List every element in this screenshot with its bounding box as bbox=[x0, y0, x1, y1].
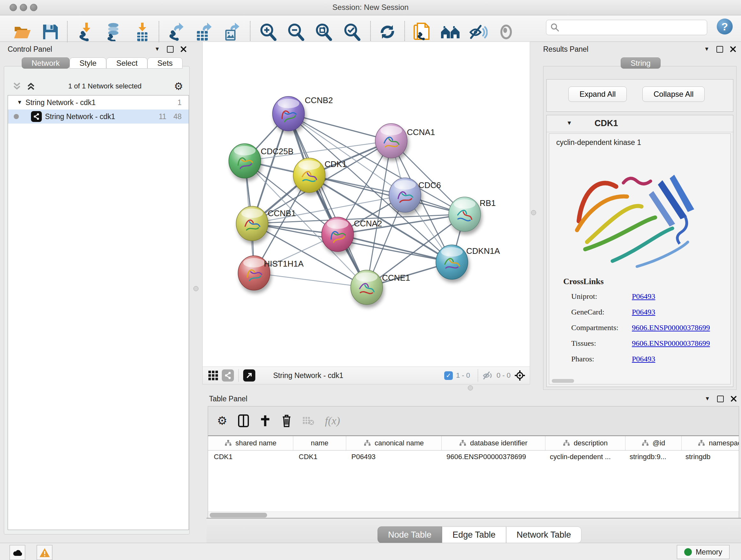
column-header[interactable]: database identifier bbox=[442, 436, 545, 450]
zoom-selected-button[interactable] bbox=[342, 22, 362, 42]
add-column-icon[interactable] bbox=[260, 415, 271, 427]
open-session-button[interactable] bbox=[12, 22, 32, 42]
crosslink-label: Pharos: bbox=[571, 355, 632, 363]
close-panel-icon[interactable] bbox=[730, 46, 736, 52]
crosslink-link[interactable]: 9606.ENSP00000378699 bbox=[632, 323, 710, 332]
table-settings-gear-icon[interactable]: ⚙ bbox=[217, 414, 227, 428]
crosslink-link[interactable]: 9606.ENSP00000378699 bbox=[632, 339, 710, 348]
first-neighbors-button[interactable] bbox=[440, 22, 461, 42]
node-label: CDC25B bbox=[261, 146, 293, 156]
network-canvas[interactable]: CCNB2CCNA1CDC25BCDK1CDC6RB1CCNB1CCNA2CDK… bbox=[202, 42, 530, 367]
search-input[interactable] bbox=[560, 23, 707, 32]
cdk1-section-header[interactable]: ▼ CDK1 bbox=[547, 115, 733, 132]
column-header[interactable]: canonical name bbox=[346, 436, 442, 450]
close-panel-icon[interactable] bbox=[731, 396, 737, 401]
column-header[interactable]: description bbox=[545, 436, 625, 450]
birdseye-toggle-button[interactable] bbox=[514, 369, 526, 381]
network-collection-row[interactable]: ▼ String Network - cdk1 1 bbox=[8, 96, 189, 110]
table-cell[interactable]: CDK1 bbox=[208, 453, 293, 461]
column-header[interactable]: shared name bbox=[208, 436, 293, 450]
hscrollbar-thumb[interactable] bbox=[210, 513, 267, 517]
table-cell[interactable]: CDK1 bbox=[293, 453, 346, 461]
right-splitter-handle[interactable] bbox=[531, 210, 536, 215]
import-table-button[interactable] bbox=[132, 22, 152, 42]
network-node-CCNB2[interactable]: CCNB2 bbox=[273, 96, 333, 131]
network-node-RB1[interactable]: RB1 bbox=[449, 197, 496, 232]
network-view-mode-button[interactable] bbox=[222, 369, 234, 381]
network-node-CDK1[interactable]: CDK1 bbox=[293, 158, 347, 192]
show-columns-icon[interactable] bbox=[238, 415, 249, 427]
float-panel-icon[interactable] bbox=[167, 46, 174, 53]
network-edge[interactable] bbox=[338, 234, 452, 262]
tab-network-table[interactable]: Network Table bbox=[506, 526, 582, 543]
section-expander-icon[interactable]: ▼ bbox=[566, 120, 572, 126]
collapse-panel-icon[interactable]: ▼ bbox=[154, 46, 160, 52]
delete-column-icon[interactable] bbox=[281, 415, 292, 427]
network-options-gear-icon[interactable]: ⚙ bbox=[174, 80, 183, 92]
bottom-splitter-handle[interactable] bbox=[468, 385, 473, 390]
apply-layout-button[interactable] bbox=[377, 22, 398, 42]
zoom-in-button[interactable] bbox=[258, 22, 278, 42]
import-network-database-button[interactable] bbox=[103, 22, 124, 42]
show-all-button[interactable] bbox=[496, 22, 516, 42]
export-network-icon bbox=[167, 23, 184, 41]
network-node-HIST1H1A[interactable]: HIST1H1A bbox=[238, 256, 304, 290]
export-image-button[interactable] bbox=[221, 22, 242, 42]
tab-string-results[interactable]: String bbox=[621, 57, 661, 69]
detach-view-button[interactable] bbox=[243, 369, 255, 381]
selected-count-checkbox[interactable]: ✓ bbox=[444, 371, 453, 380]
table-cell[interactable]: P06493 bbox=[346, 453, 441, 461]
column-header[interactable]: name bbox=[293, 436, 346, 450]
tab-style[interactable]: Style bbox=[70, 57, 106, 69]
warning-button[interactable] bbox=[37, 545, 52, 560]
tab-edge-table[interactable]: Edge Table bbox=[442, 526, 506, 543]
save-session-button[interactable] bbox=[40, 22, 61, 42]
column-header[interactable]: @id bbox=[625, 436, 682, 450]
table-cell[interactable]: stringdb:9... bbox=[624, 453, 680, 461]
network-node-CDC25B[interactable]: CDC25B bbox=[229, 144, 293, 178]
network-node-CCNA1[interactable]: CCNA1 bbox=[375, 124, 435, 158]
export-to-web-button[interactable] bbox=[412, 22, 432, 42]
crosslink-link[interactable]: P06493 bbox=[632, 308, 655, 316]
tab-network[interactable]: Network bbox=[22, 57, 70, 69]
tab-node-table[interactable]: Node Table bbox=[378, 526, 442, 543]
expand-all-button[interactable]: Expand All bbox=[568, 86, 627, 102]
table-cell[interactable]: cyclin-dependent ... bbox=[544, 453, 624, 461]
hide-selected-button[interactable] bbox=[468, 22, 488, 42]
crosslink-link[interactable]: P06493 bbox=[632, 292, 655, 301]
network-node-CCNE1[interactable]: CCNE1 bbox=[351, 270, 410, 305]
collapse-panel-icon[interactable]: ▼ bbox=[704, 46, 710, 52]
network-row[interactable]: String Network - cdk1 11 48 bbox=[8, 110, 189, 124]
export-table-button[interactable] bbox=[193, 22, 213, 42]
export-network-button[interactable] bbox=[165, 22, 186, 42]
float-panel-icon[interactable] bbox=[717, 395, 724, 402]
crosslink-link[interactable]: P06493 bbox=[632, 355, 655, 363]
table-cell[interactable]: stringdb bbox=[680, 453, 739, 461]
tab-select[interactable]: Select bbox=[106, 57, 147, 69]
help-button[interactable]: ? bbox=[717, 18, 733, 35]
memory-button[interactable]: Memory bbox=[677, 545, 730, 559]
tree-expander-icon[interactable]: ▼ bbox=[17, 99, 22, 106]
table-cell[interactable]: 9606.ENSP00000378699 bbox=[441, 453, 544, 461]
network-edge[interactable] bbox=[254, 273, 367, 287]
network-node-CDC6[interactable]: CDC6 bbox=[389, 178, 441, 212]
zoom-fit-button[interactable] bbox=[313, 22, 334, 42]
collapse-all-networks-icon[interactable] bbox=[12, 82, 22, 91]
crosslink-label: Compartments: bbox=[571, 323, 632, 332]
results-hscrollbar-thumb[interactable] bbox=[552, 379, 574, 383]
import-network-file-button[interactable] bbox=[76, 22, 97, 42]
function-builder-icon[interactable]: f(x) bbox=[325, 415, 340, 427]
grid-view-button[interactable] bbox=[207, 369, 219, 381]
collapse-panel-icon[interactable]: ▼ bbox=[704, 395, 710, 402]
delete-table-icon[interactable] bbox=[302, 416, 314, 426]
zoom-out-button[interactable] bbox=[286, 22, 306, 42]
float-panel-icon[interactable] bbox=[717, 46, 723, 53]
close-panel-icon[interactable] bbox=[181, 46, 186, 52]
tab-sets[interactable]: Sets bbox=[147, 57, 183, 69]
cloud-status-button[interactable] bbox=[10, 545, 25, 560]
collapse-all-button[interactable]: Collapse All bbox=[643, 86, 704, 102]
left-splitter-handle[interactable] bbox=[193, 286, 199, 291]
expand-all-networks-icon[interactable] bbox=[26, 82, 36, 91]
column-header[interactable]: namespace bbox=[682, 436, 739, 450]
network-node-CDKN1A[interactable]: CDKN1A bbox=[436, 245, 500, 279]
